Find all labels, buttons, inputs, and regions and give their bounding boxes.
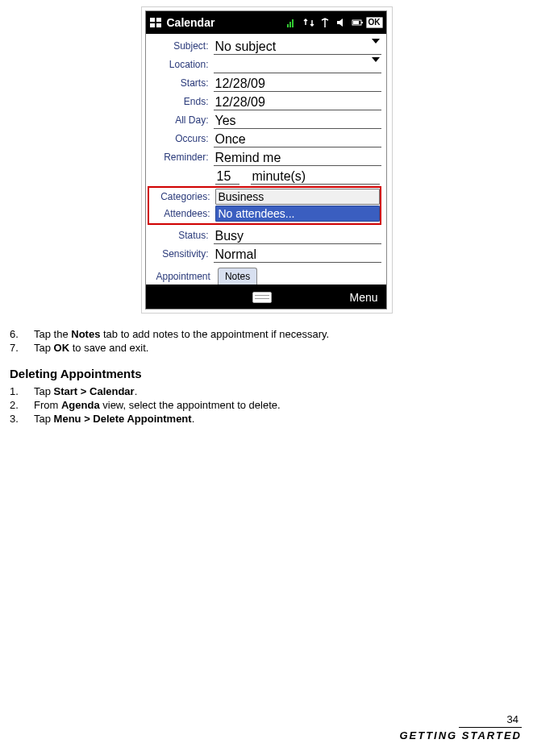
occurs-label: Occurs: [148, 133, 214, 144]
status-field[interactable]: Busy [214, 226, 381, 244]
reminder-label: Reminder: [148, 152, 214, 163]
svg-rect-6 [292, 19, 294, 27]
page-number: 34 [459, 713, 522, 728]
ends-field[interactable]: 12/28/09 [214, 93, 381, 110]
dropdown-arrow-icon [372, 39, 380, 44]
battery-icon [352, 17, 363, 28]
bottom-bar: Menu [146, 286, 386, 309]
svg-rect-5 [289, 22, 291, 27]
location-label: Location: [148, 59, 214, 70]
highlight-box: Categories: Business Attendees: No atten… [148, 186, 381, 225]
page-footer: 34 Getting Started [399, 713, 522, 741]
tab-appointment[interactable]: Appointment [149, 268, 218, 285]
signal-icon [287, 17, 298, 28]
location-field[interactable] [214, 56, 381, 73]
footer-section-title: Getting Started [399, 729, 522, 741]
subject-label: Subject: [148, 40, 214, 52]
svg-rect-10 [353, 21, 359, 24]
antenna-icon [319, 17, 331, 28]
device-screen: Calendar OK Subject: No subject Location… [145, 10, 387, 309]
volume-icon [335, 17, 347, 28]
reminder-field[interactable]: Remind me [214, 148, 381, 166]
ends-label: Ends: [148, 96, 214, 107]
del-step-2: 2. From Agenda view, select the appointm… [10, 399, 523, 412]
sync-icon [303, 17, 314, 28]
attendees-label: Attendees: [149, 208, 215, 219]
svg-marker-7 [337, 19, 343, 27]
reminder-detail: 15 minute(s) [214, 167, 381, 185]
starts-field[interactable]: 12/28/09 [214, 74, 381, 92]
reminder-unit-field[interactable]: minute(s) [251, 167, 380, 185]
subject-field[interactable]: No subject [214, 37, 381, 55]
reminder-number-field[interactable]: 15 [215, 167, 239, 185]
svg-rect-0 [150, 18, 155, 22]
categories-field[interactable]: Business [215, 189, 380, 205]
tab-notes[interactable]: Notes [218, 268, 257, 285]
svg-rect-9 [361, 22, 363, 23]
svg-rect-1 [156, 18, 161, 22]
svg-rect-2 [150, 23, 155, 27]
section-heading: Deleting Appointments [10, 367, 523, 380]
step-6: 6. Tap the Notes tab to add notes to the… [10, 328, 523, 341]
title-bar: Calendar OK [146, 11, 386, 34]
status-icons [287, 17, 363, 28]
svg-rect-3 [156, 23, 161, 27]
occurs-field[interactable]: Once [214, 130, 381, 147]
sensitivity-label: Sensitivity: [148, 248, 214, 260]
dropdown-arrow-icon [372, 57, 380, 62]
starts-label: Starts: [148, 77, 214, 89]
app-title: Calendar [167, 16, 215, 29]
appointment-form: Subject: No subject Location: Starts: 12… [146, 34, 386, 267]
steps-continued: 6. Tap the Notes tab to add notes to the… [10, 328, 523, 355]
document-body: 6. Tap the Notes tab to add notes to the… [0, 328, 533, 426]
step-7: 7. Tap OK to save and exit. [10, 342, 523, 355]
screenshot-container: Calendar OK Subject: No subject Location… [141, 6, 393, 314]
keyboard-icon[interactable] [252, 292, 272, 303]
windows-start-icon[interactable] [149, 17, 162, 28]
sensitivity-field[interactable]: Normal [214, 245, 381, 263]
menu-softkey[interactable]: Menu [301, 291, 386, 304]
all-day-label: All Day: [148, 114, 214, 126]
ok-button[interactable]: OK [366, 17, 383, 28]
status-label: Status: [148, 230, 214, 241]
categories-label: Categories: [149, 191, 215, 202]
deleting-steps: 1. Tap Start > Calendar. 2. From Agenda … [10, 385, 523, 426]
del-step-3: 3. Tap Menu > Delete Appointment. [10, 413, 523, 426]
svg-rect-4 [287, 24, 289, 27]
attendees-field[interactable]: No attendees... [215, 206, 380, 222]
del-step-1: 1. Tap Start > Calendar. [10, 385, 523, 398]
all-day-field[interactable]: Yes [214, 111, 381, 129]
tab-bar: Appointment Notes [146, 267, 386, 286]
